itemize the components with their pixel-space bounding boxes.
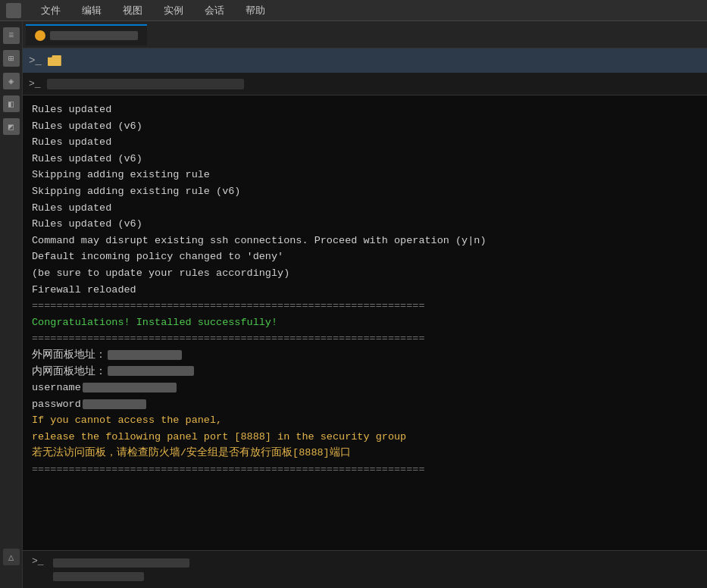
terminal-line: (be sure to update your rules accordingl… xyxy=(32,265,698,282)
menu-bar: 文件 编辑 视图 实例 会话 帮助 xyxy=(0,0,707,21)
terminal-line: 若无法访问面板，请检查防火墙/安全组是否有放行面板[8888]端口 xyxy=(32,445,698,461)
tab-bar xyxy=(23,21,707,48)
bottom-row: >_ xyxy=(23,550,707,588)
terminal-line: Skipping adding existing rule (v6) xyxy=(32,183,698,200)
menu-edit[interactable]: 编辑 xyxy=(77,2,106,19)
menu-file[interactable]: 文件 xyxy=(36,2,65,19)
terminal-text: 内网面板地址： xyxy=(32,366,106,377)
terminal-line: Congratulations! Installed successfully! xyxy=(32,314,698,331)
terminal-line: username xyxy=(32,380,698,396)
tab-session-label xyxy=(50,31,138,40)
terminal-line: 外网面板地址： xyxy=(32,347,698,364)
sidebar-icon-2[interactable]: ⊞ xyxy=(3,50,20,67)
terminal-line: Skipping adding existing rule xyxy=(32,167,698,183)
terminal-line: ========================================… xyxy=(32,330,698,347)
terminal-text: username xyxy=(32,382,81,393)
terminal-line: Default incoming policy changed to 'deny… xyxy=(32,249,698,265)
sidebar: ≡ ⊞ ◈ ◧ ◩ △ xyxy=(0,21,23,588)
redacted-content xyxy=(108,350,182,360)
terminal-line: Firewall reloaded xyxy=(32,282,698,299)
menu-instance[interactable]: 实例 xyxy=(159,2,188,19)
menu-view[interactable]: 视图 xyxy=(118,2,147,19)
terminal-line: Rules updated xyxy=(32,102,698,118)
terminal-line: ========================================… xyxy=(32,461,698,478)
terminal-line: ========================================… xyxy=(32,298,698,314)
terminal-line: Rules updated (v6) xyxy=(32,216,698,233)
tab-session-icon xyxy=(35,30,45,41)
terminal-line: Rules updated xyxy=(32,200,698,217)
terminal-line: release the following panel port [8888] … xyxy=(32,429,698,446)
redacted-content xyxy=(108,366,194,376)
terminal-text: 外网面板地址： xyxy=(32,349,106,361)
sidebar-icon-3[interactable]: ◈ xyxy=(3,73,20,89)
sidebar-icon-4[interactable]: ◧ xyxy=(3,95,20,112)
bottom-prompt: >_ xyxy=(32,555,44,567)
bottom-blurred-2 xyxy=(53,572,144,581)
terminal-line: 内网面板地址： xyxy=(32,364,698,380)
sidebar-icon-5[interactable]: ◩ xyxy=(3,118,20,135)
redacted-content xyxy=(83,383,177,393)
terminal-line: Rules updated (v6) xyxy=(32,151,698,167)
terminal-line: Command may disrupt existing ssh connect… xyxy=(32,233,698,249)
toolbar-prompt: >_ xyxy=(29,55,42,67)
redacted-content xyxy=(83,399,146,409)
terminal-line: Rules updated (v6) xyxy=(32,118,698,135)
bottom-content xyxy=(53,555,698,581)
terminal-line: password xyxy=(32,396,698,413)
folder-icon xyxy=(48,55,61,66)
sidebar-icon-bottom[interactable]: △ xyxy=(3,549,20,565)
menu-help[interactable]: 帮助 xyxy=(241,2,270,19)
sidebar-icon-1[interactable]: ≡ xyxy=(3,27,20,44)
terminal-line: If you cannot access the panel, xyxy=(32,412,698,429)
terminal-text: password xyxy=(32,399,81,410)
path-bar: >_ xyxy=(23,73,707,95)
path-prompt: >_ xyxy=(29,78,41,89)
main-area: >_ >_ Rules updatedRules updated (v6)Rul… xyxy=(23,21,707,588)
terminal-output[interactable]: Rules updatedRules updated (v6)Rules upd… xyxy=(23,95,707,550)
menu-session[interactable]: 会话 xyxy=(200,2,229,19)
tab-session[interactable] xyxy=(26,24,147,45)
terminal-line: Rules updated xyxy=(32,134,698,151)
bottom-blurred-1 xyxy=(53,558,189,568)
toolbar: >_ xyxy=(23,48,707,73)
path-text xyxy=(47,79,244,89)
app-logo xyxy=(6,3,21,18)
